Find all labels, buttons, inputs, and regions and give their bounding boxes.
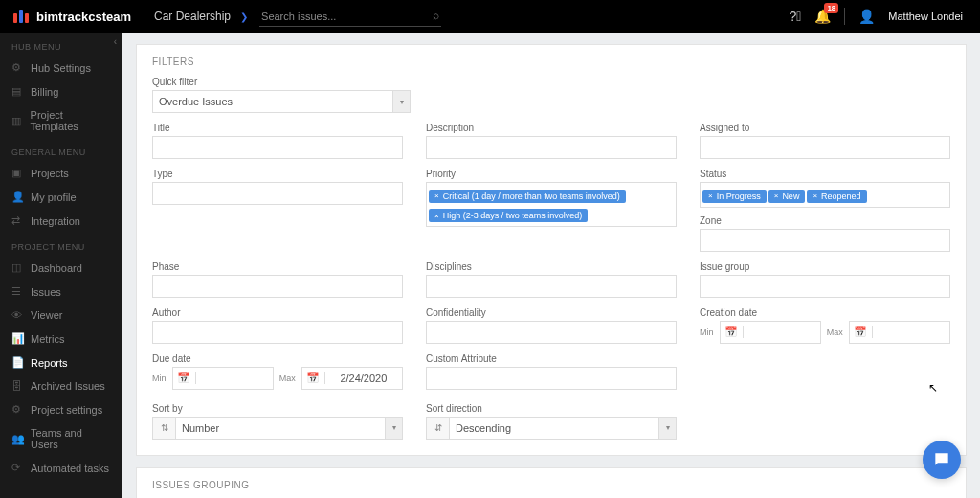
- filter-tag[interactable]: ×Reopened: [807, 190, 866, 203]
- label-confidentiality: Confidentiality: [426, 307, 677, 318]
- sidebar-item-integration[interactable]: ⇄Integration: [0, 209, 122, 233]
- search-icon[interactable]: ⌕: [433, 9, 439, 22]
- menu-icon: 👁: [11, 309, 23, 321]
- logo-icon: [13, 10, 31, 23]
- close-icon[interactable]: ×: [774, 192, 779, 200]
- search-input[interactable]: [259, 7, 441, 27]
- menu-icon: ⚙: [11, 61, 23, 74]
- menu-label: Archived Issues: [31, 380, 105, 392]
- filter-tag[interactable]: ×High (2-3 days / two teams involved): [429, 209, 588, 222]
- due-min-input[interactable]: 📅: [172, 367, 274, 390]
- menu-icon: ▥: [11, 115, 23, 127]
- menu-header-hub: HUB MENU: [0, 33, 122, 56]
- user-name[interactable]: Matthew Londei: [888, 11, 963, 22]
- menu-label: Dashboard: [31, 262, 82, 274]
- calendar-icon: 📅: [721, 326, 744, 338]
- sort-dir-icon: ⇵: [426, 417, 449, 440]
- due-max-input[interactable]: 📅2/24/2020: [301, 367, 403, 390]
- sort-dir-select[interactable]: [449, 417, 677, 440]
- input-title[interactable]: [152, 136, 403, 159]
- menu-label: Integration: [31, 215, 80, 227]
- filter-tag[interactable]: ×In Progress: [702, 190, 767, 203]
- close-icon[interactable]: ×: [434, 192, 439, 200]
- menu-label: Automated tasks: [31, 463, 109, 474]
- input-zone[interactable]: [700, 229, 950, 252]
- calendar-icon: 📅: [173, 372, 196, 384]
- calendar-icon: 📅: [850, 326, 873, 338]
- label-creationdate: Creation date: [700, 307, 950, 318]
- filters-title: FILTERS: [152, 57, 950, 67]
- label-sortdir: Sort direction: [426, 403, 677, 414]
- menu-icon: ⇄: [11, 215, 23, 227]
- input-assigned[interactable]: [700, 136, 950, 159]
- sidebar-item-metrics[interactable]: 📊Metrics: [0, 327, 122, 351]
- label-duedate: Due date: [152, 353, 403, 364]
- menu-icon: ☰: [11, 285, 23, 298]
- input-confidentiality[interactable]: [426, 321, 677, 344]
- sidebar-item-teams-and-users[interactable]: 👥Teams and Users: [0, 421, 122, 456]
- label-status: Status: [700, 169, 950, 179]
- quick-filter-select[interactable]: [152, 90, 411, 113]
- avatar-icon[interactable]: 👤: [858, 9, 875, 24]
- label-author: Author: [152, 307, 403, 318]
- sidebar-item-hub-settings[interactable]: ⚙Hub Settings: [0, 56, 122, 79]
- sidebar-item-archived-issues[interactable]: 🗄Archived Issues: [0, 374, 122, 397]
- sidebar-item-my-profile[interactable]: 👤My profile: [0, 185, 122, 209]
- creation-max-input[interactable]: 📅: [849, 321, 950, 344]
- grouping-title: ISSUES GROUPING: [152, 480, 950, 490]
- divider: [844, 8, 845, 25]
- sort-by-select[interactable]: [175, 417, 403, 440]
- input-custom[interactable]: [426, 367, 677, 390]
- sidebar-item-automated-tasks[interactable]: ⟳Automated tasks: [0, 456, 122, 480]
- input-issuegroup[interactable]: [700, 275, 950, 298]
- menu-label: Billing: [31, 86, 58, 98]
- help-icon[interactable]: ?⃝: [789, 9, 801, 24]
- input-type[interactable]: [152, 182, 403, 205]
- bell-icon[interactable]: 🔔18: [814, 9, 831, 24]
- input-author[interactable]: [152, 321, 403, 344]
- close-icon[interactable]: ×: [434, 212, 439, 220]
- sidebar-item-project-settings[interactable]: ⚙Project settings: [0, 397, 122, 421]
- sidebar-item-billing[interactable]: ▤Billing: [0, 79, 122, 103]
- label-max: Max: [279, 374, 296, 383]
- menu-label: Teams and Users: [31, 427, 111, 450]
- sidebar: ‹ HUB MENU ⚙Hub Settings▤Billing▥Project…: [0, 33, 122, 498]
- input-status[interactable]: ×In Progress×New×Reopened: [700, 182, 950, 208]
- input-priority[interactable]: ×Critical (1 day / more than two teams i…: [426, 182, 677, 227]
- input-description[interactable]: [426, 136, 677, 159]
- input-disciplines[interactable]: [426, 275, 677, 298]
- sidebar-item-viewer[interactable]: 👁Viewer: [0, 304, 122, 327]
- filter-tag[interactable]: ×Critical (1 day / more than two teams i…: [429, 190, 626, 203]
- menu-label: Project settings: [31, 404, 102, 416]
- menu-icon: ◫: [11, 261, 23, 274]
- brand-logo[interactable]: bimtrackcsteam: [0, 10, 145, 24]
- sidebar-item-projects[interactable]: ▣Projects: [0, 161, 122, 185]
- menu-header-project: PROJECT MENU: [0, 233, 122, 256]
- input-phase[interactable]: [152, 275, 403, 298]
- filter-tag[interactable]: ×New: [768, 190, 806, 203]
- menu-label: Reports: [31, 357, 68, 369]
- label-assigned: Assigned to: [700, 123, 950, 133]
- menu-icon: 👤: [11, 191, 23, 203]
- label-type: Type: [152, 169, 403, 179]
- sidebar-item-issues[interactable]: ☰Issues: [0, 280, 122, 304]
- creation-min-input[interactable]: 📅: [720, 321, 821, 344]
- menu-label: Hub Settings: [31, 62, 91, 74]
- close-icon[interactable]: ×: [813, 192, 817, 200]
- label-phase: Phase: [152, 261, 403, 272]
- chat-button[interactable]: [923, 441, 961, 479]
- chat-icon: [932, 450, 951, 469]
- collapse-icon[interactable]: ‹: [114, 36, 117, 47]
- label-sortby: Sort by: [152, 403, 403, 414]
- sidebar-item-project-templates[interactable]: ▥Project Templates: [0, 103, 122, 138]
- main-content: FILTERS Quick filter ▾ Title Description: [122, 33, 980, 498]
- menu-label: Project Templates: [31, 109, 111, 132]
- label-priority: Priority: [426, 169, 677, 179]
- menu-icon: 📊: [11, 332, 23, 345]
- close-icon[interactable]: ×: [708, 192, 713, 200]
- breadcrumb[interactable]: Car Dealership: [154, 10, 231, 23]
- menu-icon: ▤: [11, 85, 23, 98]
- sidebar-item-reports[interactable]: 📄Reports: [0, 351, 122, 374]
- sidebar-item-dashboard[interactable]: ◫Dashboard: [0, 256, 122, 280]
- filters-panel: FILTERS Quick filter ▾ Title Description: [136, 44, 967, 456]
